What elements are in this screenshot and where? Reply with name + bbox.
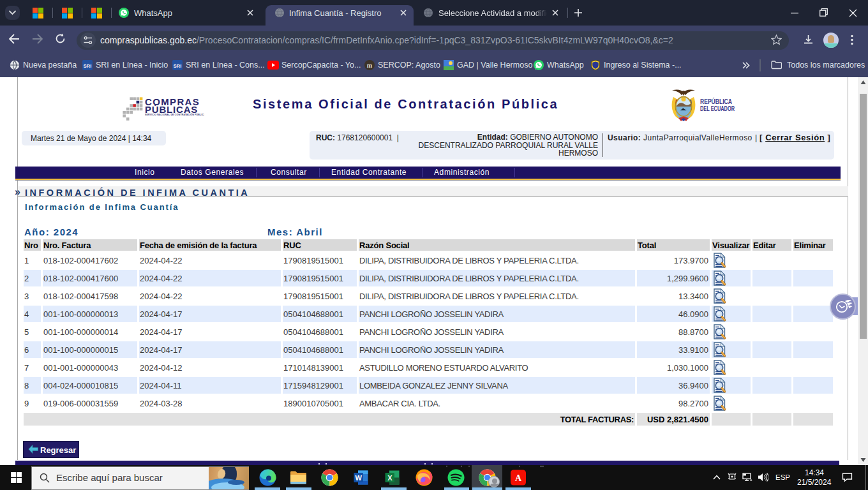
svg-text:REPÚBLICA: REPÚBLICA [700, 98, 733, 105]
svg-text:m: m [367, 62, 373, 69]
svg-text:SRI: SRI [84, 63, 92, 69]
svg-text:W: W [355, 474, 363, 482]
svg-text:A: A [515, 473, 522, 483]
svg-text:SRI: SRI [174, 63, 182, 69]
svg-text:DEL ECUADOR: DEL ECUADOR [700, 105, 735, 112]
svg-text:SERVICIO NACIONAL DE CONTRATAC: SERVICIO NACIONAL DE CONTRATACIÓN PÚBLIC… [145, 113, 204, 116]
svg-text:X: X [387, 474, 393, 482]
